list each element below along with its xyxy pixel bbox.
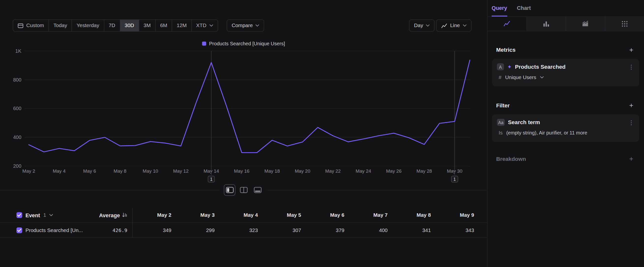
chevron-down-icon: [209, 24, 213, 27]
table-value-cell: 341: [392, 227, 435, 233]
filter-property-name[interactable]: Search term: [508, 119, 625, 125]
date-column-header: May 8: [392, 212, 435, 218]
x-axis-tick: May 26: [386, 168, 402, 174]
x-axis-tick: May 12: [173, 168, 189, 174]
table-value-cell: 349: [132, 227, 176, 233]
date-column-header: May 4: [219, 212, 262, 218]
y-axis-tick: 800: [13, 77, 21, 83]
chart-type-bar-chart[interactable]: [526, 17, 566, 31]
sort-icon[interactable]: [122, 212, 128, 217]
tab-chart[interactable]: Chart: [517, 0, 531, 17]
date-column-header: May 9: [435, 212, 478, 218]
average-label: Average: [99, 212, 120, 218]
event-label[interactable]: Event: [26, 212, 40, 218]
date-range-30d[interactable]: 30D: [120, 20, 139, 31]
chevron-down-icon: [256, 24, 259, 27]
date-range-6m[interactable]: 6M: [155, 20, 172, 31]
metrics-section-header: Metrics +: [496, 44, 634, 55]
filter-operator[interactable]: Is: [498, 130, 502, 136]
series-name-cell: Products Searched [Un...: [0, 227, 94, 233]
aggregation-selector[interactable]: Unique Users: [505, 74, 536, 80]
date-range-today[interactable]: Today: [48, 20, 72, 31]
event-checkbox[interactable]: [16, 212, 22, 218]
table-value-cell: 343: [435, 227, 478, 233]
sidebar-tabs: Query Chart: [488, 0, 644, 17]
line-chart: 2004006008001KMay 2May 4May 6May 8May 10…: [0, 37, 487, 187]
table-value-cell: 307: [262, 227, 305, 233]
table-value-cell: 400: [348, 227, 392, 233]
date-column-header: May 2: [132, 212, 176, 218]
date-column-header: May 3: [176, 212, 219, 218]
chevron-down-icon[interactable]: [540, 76, 544, 79]
series-checkbox[interactable]: [16, 227, 22, 233]
filter-type-badge: Aa: [497, 119, 504, 126]
table-value-cell: 379: [305, 227, 348, 233]
view-toggle-split[interactable]: [224, 184, 236, 196]
x-axis-tick: May 10: [143, 168, 158, 174]
chart-style-label: Line: [450, 23, 460, 28]
results-table: Event 1 Average May 2May 3May 4May 5May …: [0, 208, 487, 238]
check-icon: [17, 228, 22, 231]
x-axis-tick: May 8: [114, 168, 126, 174]
metrics-heading: Metrics: [496, 47, 516, 53]
bottom-panel-icon: [254, 187, 262, 193]
filter-card[interactable]: Aa Search term ⋮ Is (empty string), Air …: [492, 114, 639, 142]
granularity-label: Day: [414, 23, 423, 28]
stacked-chart-icon: [582, 20, 589, 28]
chevron-down-icon: [426, 24, 430, 27]
y-axis-tick: 200: [13, 163, 21, 169]
compare-button[interactable]: Compare: [227, 19, 264, 32]
metric-name[interactable]: Products Searched: [515, 64, 625, 70]
date-range-12m[interactable]: 12M: [172, 20, 191, 31]
average-value-cell: 426.9: [94, 227, 132, 233]
add-filter-icon[interactable]: +: [629, 102, 634, 109]
x-axis-tick: May 4: [53, 168, 66, 174]
filter-value[interactable]: (empty string), Air purifier, or 11 more: [506, 130, 587, 136]
date-column-header: May 5: [262, 212, 305, 218]
main-panel: CustomTodayYesterday7D30D3M6M12MXTD Comp…: [0, 0, 488, 267]
chart-type-stacked-chart[interactable]: [566, 17, 605, 31]
breakdown-section-header: Breakdown +: [496, 153, 634, 164]
kebab-menu-icon[interactable]: ⋮: [628, 64, 634, 70]
split-view-icon: [226, 187, 234, 193]
series-name[interactable]: Products Searched [Un...: [26, 227, 83, 233]
date-range-selector: CustomTodayYesterday7D30D3M6M12MXTD: [13, 19, 218, 32]
tab-query[interactable]: Query: [492, 0, 507, 17]
x-axis-tick: May 24: [356, 168, 371, 174]
y-axis-tick: 400: [13, 134, 21, 140]
event-sparkle-icon: ✦: [507, 64, 512, 70]
y-axis-tick: 1K: [15, 48, 22, 54]
add-breakdown-icon[interactable]: +: [629, 155, 634, 162]
event-header-cell: Event 1: [0, 212, 94, 218]
date-range-custom[interactable]: Custom: [13, 20, 48, 31]
average-header-cell: Average: [94, 212, 132, 218]
granularity-button[interactable]: Day: [409, 19, 435, 32]
series-line[interactable]: [29, 60, 470, 153]
event-count: 1: [43, 212, 46, 218]
view-toggle-table-only[interactable]: [252, 184, 263, 196]
date-range-yesterday[interactable]: Yesterday: [72, 20, 104, 31]
custom-date-icon: [18, 23, 23, 28]
date-range-xtd[interactable]: XTD: [191, 20, 218, 31]
date-column-header: May 6: [305, 212, 348, 218]
aggregation-prefix: #: [498, 74, 502, 80]
metric-letter-badge: A: [497, 63, 504, 70]
date-range-7d[interactable]: 7D: [104, 20, 120, 31]
line-chart-icon: [441, 23, 447, 28]
kebab-menu-icon[interactable]: ⋮: [628, 119, 634, 125]
add-metric-icon[interactable]: +: [629, 46, 634, 53]
chart-type-pivot-table[interactable]: [605, 17, 644, 31]
chart-type-line-chart[interactable]: [488, 17, 526, 31]
chart-type-selector: [488, 17, 644, 31]
chevron-down-icon[interactable]: [50, 214, 53, 216]
x-axis-tick: May 6: [83, 168, 96, 174]
table-value-cell: 299: [176, 227, 219, 233]
chevron-down-icon: [463, 24, 466, 27]
chart-style-button[interactable]: Line: [436, 19, 471, 32]
average-value: 426.9: [112, 227, 127, 233]
metric-card[interactable]: A ✦ Products Searched ⋮ # Unique Users: [492, 59, 639, 86]
x-axis-tick: May 2: [22, 168, 35, 174]
x-axis-tick: May 22: [325, 168, 341, 174]
date-range-3m[interactable]: 3M: [138, 20, 155, 31]
view-toggle-chart-only[interactable]: [238, 184, 250, 196]
